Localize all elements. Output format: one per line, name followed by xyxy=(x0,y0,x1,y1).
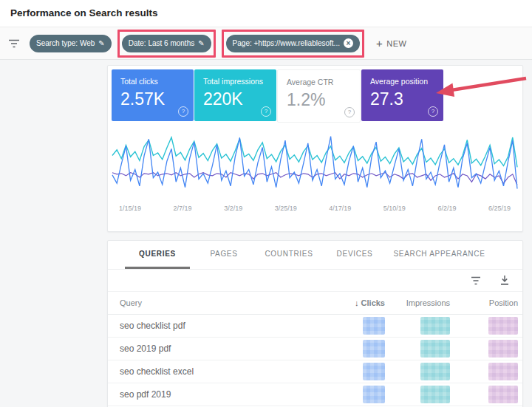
filter-bar: Search type: Web ✎ Date: Last 6 months ✎… xyxy=(0,27,532,60)
redacted-clicks-value xyxy=(363,317,385,335)
help-icon[interactable]: ? xyxy=(178,106,188,117)
title-bar: Performance on Search results xyxy=(0,0,532,27)
redacted-clicks-value xyxy=(363,340,385,358)
download-icon[interactable] xyxy=(500,276,509,285)
remove-filter-icon[interactable]: × xyxy=(344,38,353,48)
tab-search-appearance[interactable]: SEARCH APPEARANCE xyxy=(389,241,489,269)
card-value: 27.3 xyxy=(370,89,403,109)
card-label: Total impressions xyxy=(203,77,263,86)
sort-desc-icon: ↓ xyxy=(355,298,359,307)
redacted-position-value xyxy=(488,363,518,380)
card-label: Total clicks xyxy=(120,77,158,86)
query-cell[interactable]: seo checklist pdf xyxy=(120,321,314,331)
x-tick-label: 6/2/19 xyxy=(437,205,456,212)
chart-panel: Total clicks 2.57K ? Total impressions 2… xyxy=(107,65,523,232)
redacted-position-value xyxy=(488,317,518,335)
tab-devices[interactable]: DEVICES xyxy=(332,241,378,269)
table-header-row: Query ↓Clicks Impressions Position xyxy=(108,292,522,315)
search-console-performance-page: Performance on Search results Search typ… xyxy=(0,0,532,407)
chart-x-axis: 1/15/192/7/193/2/193/25/194/17/195/10/19… xyxy=(112,205,518,212)
redacted-clicks-value xyxy=(363,363,385,380)
x-tick-label: 3/2/19 xyxy=(224,205,242,212)
tab-queries[interactable]: QUERIES xyxy=(125,241,190,269)
table-panel: QUERIES PAGES COUNTRIES DEVICES SEARCH A… xyxy=(107,240,523,407)
card-value: 1.2% xyxy=(287,90,325,110)
chip-page-filter[interactable]: Page: +https://www.reliablesoft... × xyxy=(226,35,360,52)
table-row[interactable]: seo pdf 2019 xyxy=(108,383,522,406)
x-tick-label: 4/17/19 xyxy=(329,205,351,212)
redacted-impressions-value xyxy=(420,386,450,403)
redacted-clicks-value xyxy=(363,386,385,403)
table-row[interactable]: seo checklist pdf xyxy=(108,315,522,338)
x-tick-label: 5/10/19 xyxy=(383,205,406,212)
help-icon[interactable]: ? xyxy=(428,106,438,117)
redacted-position-value xyxy=(488,386,518,403)
annotation-box-date: Date: Last 6 months ✎ xyxy=(117,30,216,58)
table-filter-icon[interactable] xyxy=(471,276,481,285)
metric-cards: Total clicks 2.57K ? Total impressions 2… xyxy=(112,69,443,123)
chip-page-filter-label: Page: +https://www.reliablesoft... xyxy=(233,39,340,47)
x-tick-label: 3/25/19 xyxy=(275,205,297,212)
edit-icon[interactable]: ✎ xyxy=(198,40,204,47)
query-cell[interactable]: seo 2019 pdf xyxy=(120,343,314,354)
col-header-clicks[interactable]: ↓Clicks xyxy=(314,298,385,307)
help-icon[interactable]: ? xyxy=(344,107,355,117)
card-total-clicks[interactable]: Total clicks 2.57K ? xyxy=(112,69,194,121)
tab-pages[interactable]: PAGES xyxy=(202,241,246,269)
redacted-position-value xyxy=(488,340,518,358)
redacted-impressions-value xyxy=(420,317,450,335)
table-body: seo checklist pdfseo 2019 pdfseo checkli… xyxy=(108,315,522,406)
filter-funnel-icon[interactable] xyxy=(8,38,20,49)
card-average-ctr[interactable]: Average CTR 1.2% ? xyxy=(277,69,361,123)
new-filter-button[interactable]: + NEW xyxy=(376,38,406,49)
plus-icon: + xyxy=(376,38,383,49)
chip-date-range[interactable]: Date: Last 6 months ✎ xyxy=(122,35,211,52)
page-title: Performance on Search results xyxy=(10,7,158,18)
card-value: 2.57K xyxy=(120,89,165,109)
card-label: Average position xyxy=(370,77,428,86)
x-tick-label: 1/15/19 xyxy=(119,205,141,212)
x-tick-label: 2/7/19 xyxy=(174,205,192,212)
annotation-box-page: Page: +https://www.reliablesoft... × xyxy=(222,30,364,58)
query-cell[interactable]: seo checklist excel xyxy=(120,366,314,377)
col-header-query[interactable]: Query xyxy=(120,298,314,307)
x-tick-label: 6/25/19 xyxy=(488,205,511,212)
help-icon[interactable]: ? xyxy=(261,106,271,117)
performance-line-chart[interactable] xyxy=(112,125,518,200)
edit-icon[interactable]: ✎ xyxy=(98,40,104,47)
table-row[interactable]: seo 2019 pdf xyxy=(108,338,522,360)
chip-search-type[interactable]: Search type: Web ✎ xyxy=(30,35,112,52)
table-toolbar xyxy=(108,270,522,292)
new-filter-label: NEW xyxy=(386,39,406,48)
card-average-position[interactable]: Average position 27.3 ? xyxy=(361,69,443,121)
chip-search-type-label: Search type: Web xyxy=(36,39,95,47)
col-header-impressions[interactable]: Impressions xyxy=(385,298,450,307)
card-total-impressions[interactable]: Total impressions 220K ? xyxy=(194,69,276,121)
col-header-position[interactable]: Position xyxy=(450,298,518,307)
table-row[interactable]: seo checklist excel xyxy=(108,360,522,383)
redacted-impressions-value xyxy=(420,363,450,380)
card-label: Average CTR xyxy=(287,78,333,86)
query-cell[interactable]: seo pdf 2019 xyxy=(120,389,314,400)
tab-countries[interactable]: COUNTRIES xyxy=(258,241,320,269)
card-value: 220K xyxy=(203,89,243,109)
chip-date-range-label: Date: Last 6 months xyxy=(129,39,195,47)
dimension-tabs: QUERIES PAGES COUNTRIES DEVICES SEARCH A… xyxy=(108,241,522,270)
redacted-impressions-value xyxy=(420,340,450,358)
